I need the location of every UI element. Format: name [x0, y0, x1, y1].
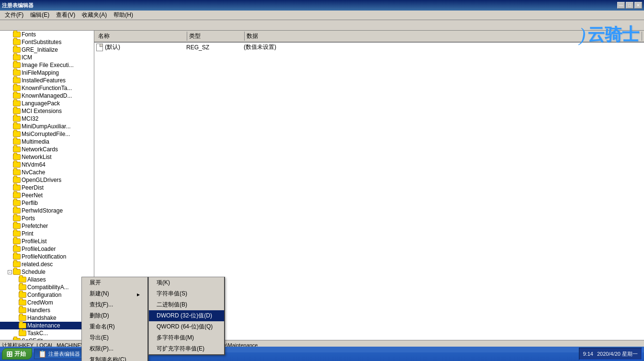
tree-item[interactable]: MCI32 — [0, 115, 94, 123]
close-button[interactable]: ✕ — [634, 2, 642, 9]
start-button[interactable]: ⊞ 开始 — [2, 348, 32, 360]
tree-item[interactable]: MiniDumpAuxiliar... — [0, 123, 94, 130]
tree-item[interactable]: ProfileList — [0, 237, 94, 245]
tree-item-label: Image File Executi... — [22, 62, 74, 68]
tree-item[interactable]: NetworkCards — [0, 146, 94, 153]
folder-icon — [13, 238, 21, 244]
tree-item-label: NetworkCards — [22, 146, 58, 153]
taskbar-item-label: 注册表编辑器 — [48, 350, 80, 358]
tree-item-label: Fonts — [22, 31, 36, 38]
tree-item[interactable]: LanguagePack — [0, 100, 94, 107]
context-menu-item-label: 删除(D) — [90, 312, 109, 320]
tree-item-label: Multimedia — [22, 138, 49, 145]
submenu-item[interactable]: 多字符串值(M) — [149, 332, 224, 343]
tree-item[interactable]: InstalledFeatures — [0, 77, 94, 84]
tree-item-label: NetworkList — [22, 154, 52, 160]
expand-icon[interactable]: - — [8, 270, 12, 274]
col-type-header[interactable]: 类型 — [187, 32, 245, 41]
tree-item[interactable]: ICM — [0, 54, 94, 61]
tree-item[interactable]: Aliases — [0, 276, 94, 283]
tree-item-label: MsiCorruptedFile... — [22, 131, 70, 137]
tree-item[interactable]: Handshake — [0, 314, 94, 322]
context-menu-item[interactable]: 删除(D) — [82, 310, 147, 321]
tree-item[interactable]: CompatibilityA... — [0, 283, 94, 291]
tree-item[interactable]: OpenGLDrivers — [0, 176, 94, 184]
tree-item[interactable]: Prefetcher — [0, 222, 94, 230]
tree-item-label: ProfileList — [22, 238, 47, 245]
tree-item[interactable]: TaskC... — [0, 329, 94, 337]
menu-edit[interactable]: 编辑(E) — [27, 10, 52, 20]
submenu-item[interactable]: DWORD (32-位)值(D) — [149, 310, 224, 321]
submenu-item[interactable]: 项(K) — [149, 277, 224, 288]
folder-icon — [13, 162, 21, 168]
submenu-item[interactable]: 二进制值(B) — [149, 299, 224, 310]
tree-item[interactable]: PerhwIdStorage — [0, 207, 94, 214]
tree-item-label: CompatibilityA... — [27, 284, 69, 291]
context-menu[interactable]: 展开新建(N)查找(F)...删除(D)重命名(R)导出(E)权限(P)...复… — [81, 277, 148, 361]
folder-icon — [13, 208, 21, 214]
tree-item[interactable]: Ports — [0, 214, 94, 222]
tree-item[interactable]: KnownFunctionTa... — [0, 84, 94, 92]
tree-item[interactable]: ProfileLoader — [0, 245, 94, 253]
tree-item[interactable]: MCI Extensions — [0, 107, 94, 115]
context-menu-item[interactable]: 复制项名称(C) — [82, 354, 147, 361]
tree-item[interactable]: NvCache — [0, 169, 94, 176]
tree-item[interactable]: PeerNet — [0, 192, 94, 199]
folder-icon — [13, 338, 21, 340]
tree-item[interactable]: PeerDist — [0, 184, 94, 192]
submenu-item-label: 字符串值(S) — [157, 290, 187, 298]
tree-item[interactable]: Configuration — [0, 291, 94, 299]
tree-item[interactable]: Multimedia — [0, 138, 94, 146]
tree-item[interactable]: related.desc — [0, 260, 94, 268]
submenu-item-label: QWORD (64-位)值(Q) — [157, 323, 213, 331]
menu-view[interactable]: 查看(V) — [53, 10, 78, 20]
tree-item[interactable]: MsiCorruptedFile... — [0, 130, 94, 138]
folder-icon — [19, 277, 26, 282]
tree-item[interactable]: GRE_Initialize — [0, 46, 94, 54]
minimize-button[interactable]: — — [617, 2, 625, 9]
tree-item-label: KnownFunctionTa... — [22, 85, 72, 91]
tree-item[interactable]: Perflib — [0, 199, 94, 207]
tree-item[interactable]: Maintenance — [0, 322, 94, 329]
submenu-new[interactable]: 项(K)字符串值(S)二进制值(B)DWORD (32-位)值(D)QWORD … — [148, 277, 225, 355]
context-menu-item-label: 复制项名称(C) — [90, 356, 126, 361]
tree-item[interactable]: CredWom — [0, 299, 94, 306]
submenu-item[interactable]: 可扩充字符串值(E) — [149, 343, 224, 354]
tree-item[interactable]: ProfileNotification — [0, 253, 94, 260]
tree-item[interactable]: SeCEdit — [0, 337, 94, 340]
tree-item[interactable]: NetworkList — [0, 153, 94, 161]
reg-value: (数值未设置) — [244, 43, 276, 51]
tree-item-label: NtVdm64 — [22, 161, 45, 168]
tree-item[interactable]: Print — [0, 230, 94, 237]
tree-item[interactable]: FontSubstitutes — [0, 38, 94, 46]
reg-name: (默认) — [105, 43, 186, 51]
tree-item[interactable]: Image File Executi... — [0, 61, 94, 69]
tree-panel[interactable]: FontsFontSubstitutesGRE_InitializeICMIma… — [0, 31, 94, 340]
tree-item[interactable]: KnownManagedD... — [0, 92, 94, 100]
submenu-item[interactable]: QWORD (64-位)值(Q) — [149, 321, 224, 332]
tree-item[interactable]: -Schedule — [0, 268, 94, 276]
tree-item[interactable]: IniFileMapping — [0, 69, 94, 77]
context-menu-item[interactable]: 导出(E) — [82, 332, 147, 343]
tree-scroll[interactable]: FontsFontSubstitutesGRE_InitializeICMIma… — [0, 31, 94, 340]
tree-item[interactable]: NtVdm64 — [0, 161, 94, 169]
menu-favorites[interactable]: 收藏夹(A) — [79, 10, 110, 20]
context-menu-item[interactable]: 查找(F)... — [82, 299, 147, 310]
folder-icon — [13, 177, 21, 183]
tree-item[interactable]: Handlers — [0, 306, 94, 314]
submenu-item[interactable]: 字符串值(S) — [149, 288, 224, 299]
menu-file[interactable]: 文件(F) — [2, 10, 26, 20]
folder-icon — [19, 300, 26, 305]
context-menu-item[interactable]: 权限(P)... — [82, 343, 147, 354]
context-menu-item[interactable]: 新建(N) — [82, 288, 147, 299]
context-menu-item[interactable]: 展开 — [82, 277, 147, 288]
col-name-header[interactable]: 名称 — [96, 32, 187, 41]
submenu-item-label: 二进制值(B) — [157, 301, 187, 309]
menu-help[interactable]: 帮助(H) — [111, 10, 136, 20]
tree-item[interactable]: Fonts — [0, 31, 94, 38]
taskbar-regedit[interactable]: 📋 注册表编辑器 — [34, 349, 84, 359]
maximize-button[interactable]: □ — [626, 2, 633, 9]
context-menu-item[interactable]: 重命名(R) — [82, 321, 147, 332]
tree-item-label: GRE_Initialize — [22, 46, 58, 53]
taskbar-time: 9:14 — [583, 351, 593, 357]
